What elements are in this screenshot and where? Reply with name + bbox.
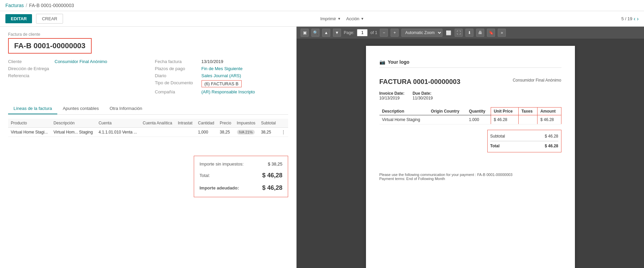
field-direccion: Dirección de Entrega bbox=[8, 66, 142, 71]
field-fecha-value: 13/10/2019 bbox=[202, 59, 223, 64]
pdf-dates: Invoice Date: 10/13/2019 Due Date: 11/30… bbox=[379, 91, 561, 100]
pdf-totals-box: Subtotal $ 46.28 Total $ 46.28 bbox=[487, 130, 561, 152]
pdf-bookmark-button[interactable]: 🔖 bbox=[487, 29, 495, 37]
cell-subtotal: 38,25 bbox=[258, 128, 279, 137]
pdf-more-button[interactable]: » bbox=[498, 29, 506, 37]
field-tipo-doc: Tipo de Documento (6) FACTURAS B bbox=[155, 80, 288, 87]
pdf-table: Description Origin Country Quantity Unit… bbox=[379, 107, 561, 124]
tax-badge[interactable]: IVA 21% bbox=[237, 130, 255, 135]
col-header-precio: Precio bbox=[217, 119, 234, 128]
totals-adeudado-label: Importe adeudado: bbox=[200, 185, 239, 190]
cell-producto: Virtual Home Stagi... bbox=[8, 128, 51, 137]
pdf-fullscreen-button[interactable]: ⛶ bbox=[455, 29, 463, 37]
col-header-intrastat: Intrastat bbox=[175, 119, 195, 128]
pdf-table-row: Virtual Home Staging 1.000 $ 46.28 $ 46.… bbox=[379, 115, 561, 124]
col-header-cantidad: Cantidad bbox=[195, 119, 217, 128]
table-row[interactable]: Virtual Home Stagi... Virtual Hom... Sta… bbox=[8, 128, 288, 137]
pdf-cell-taxes bbox=[519, 115, 538, 124]
cell-intrastat bbox=[175, 128, 195, 137]
field-diario-value[interactable]: Sales Journal (ARS) bbox=[202, 73, 241, 78]
action-dropdown-button[interactable]: Acción ▼ bbox=[346, 16, 364, 21]
nav-prev-button[interactable]: ‹ bbox=[634, 16, 635, 22]
pdf-invoice-date-label: Invoice Date: bbox=[379, 91, 405, 96]
breadcrumb-parent[interactable]: Facturas bbox=[5, 3, 24, 8]
field-diario-label: Diario bbox=[155, 73, 199, 78]
pdf-col-description: Description bbox=[379, 108, 428, 115]
col-header-cuenta: Cuenta bbox=[96, 119, 140, 128]
form-panel: Factura de cliente FA-B 0001-00000003 Cl… bbox=[0, 27, 297, 268]
breadcrumb-current: FA-B 0001-00000003 bbox=[29, 3, 74, 8]
totals-sin-impuestos-value: $ 38,25 bbox=[268, 161, 282, 167]
field-fecha-label: Fecha factura bbox=[155, 59, 199, 64]
pdf-customer-name: Consumidor Final Anónimo bbox=[513, 78, 561, 86]
pdf-toolbar-sep1: ⬜ bbox=[446, 30, 451, 35]
pdf-cell-origin bbox=[428, 115, 466, 124]
field-cliente-value[interactable]: Consumidor Final Anónimo bbox=[55, 59, 107, 64]
pdf-due-date-block: Due Date: 11/30/2019 bbox=[412, 91, 433, 100]
breadcrumb-separator: / bbox=[26, 3, 27, 8]
pdf-page-of: of 1 bbox=[370, 30, 377, 35]
pdf-download-button[interactable]: ⬇ bbox=[465, 29, 473, 37]
col-header-subtotal: Subtotal bbox=[258, 119, 279, 128]
pdf-print-button[interactable]: 🖶 bbox=[476, 29, 484, 37]
totals-row-sin-impuestos: Importe sin impuestos: $ 38,25 bbox=[200, 160, 282, 168]
pdf-toggle-sidebar-button[interactable]: ▣ bbox=[301, 29, 309, 37]
tab-lineas[interactable]: Líneas de la factura bbox=[8, 103, 57, 114]
totals-row-total: Total: $ 46,28 bbox=[200, 171, 282, 180]
toolbar: EDITAR CREAR Imprimir ▼ Acción ▼ 5 / 19 … bbox=[0, 11, 644, 27]
action-dropdown-arrow: ▼ bbox=[361, 17, 364, 21]
print-dropdown-button[interactable]: Imprimir ▼ bbox=[320, 16, 341, 21]
tab-apuntes[interactable]: Apuntes contables bbox=[57, 103, 104, 114]
tab-otra-info[interactable]: Otra Información bbox=[104, 103, 148, 114]
pdf-invoice-header: FACTURA 0001-00000003 Consumidor Final A… bbox=[379, 78, 561, 86]
fields-left-col: Cliente Consumidor Final Anónimo Direcci… bbox=[8, 59, 142, 96]
col-header-producto: Producto bbox=[8, 119, 51, 128]
pdf-invoice-date-value: 10/13/2019 bbox=[379, 96, 405, 100]
pdf-col-quantity: Quantity bbox=[466, 108, 491, 115]
totals-area: Importe sin impuestos: $ 38,25 Total: $ … bbox=[8, 150, 288, 197]
invoice-number: FA-B 0001-00000003 bbox=[8, 38, 92, 54]
pdf-invoice-title: FACTURA 0001-00000003 bbox=[379, 78, 461, 86]
main-content: Factura de cliente FA-B 0001-00000003 Cl… bbox=[0, 27, 644, 268]
pdf-subtotal-row: Subtotal $ 46.28 bbox=[490, 133, 558, 140]
pdf-zoom-out-button[interactable]: − bbox=[380, 29, 388, 37]
tabs-bar: Líneas de la factura Apuntes contables O… bbox=[8, 103, 288, 115]
totals-adeudado-value: $ 46,28 bbox=[262, 184, 282, 191]
cell-cantidad: 1,000 bbox=[195, 128, 217, 137]
cell-impuestos: IVA 21% bbox=[234, 128, 258, 137]
pdf-footer-terms: Payment terms: End of Following Month bbox=[379, 177, 561, 181]
pdf-zoom-select[interactable]: Automatic Zoom bbox=[401, 29, 442, 37]
cell-menu: ⋮ bbox=[279, 128, 288, 137]
edit-button[interactable]: EDITAR bbox=[5, 14, 32, 23]
pdf-subtotal-label: Subtotal bbox=[490, 134, 505, 139]
nav-next-button[interactable]: › bbox=[637, 16, 639, 22]
field-cliente: Cliente Consumidor Final Anónimo bbox=[8, 59, 142, 64]
pdf-zoom-in-button[interactable]: + bbox=[391, 29, 399, 37]
pdf-logo-text: Your logo bbox=[388, 59, 409, 65]
pdf-content: 📷 Your logo FACTURA 0001-00000003 Consum… bbox=[297, 39, 644, 268]
pdf-toolbar: ▣ 🔍 ▲ ▼ Page: of 1 − + Automatic Zoom ⬜ … bbox=[297, 27, 644, 39]
field-referencia: Referencia bbox=[8, 73, 142, 78]
pdf-next-page-button[interactable]: ▼ bbox=[333, 29, 341, 37]
form-section-label: Factura de cliente bbox=[8, 32, 288, 37]
cell-cuenta-analitica bbox=[140, 128, 175, 137]
field-plazos-value[interactable]: Fin de Mes Siguiente bbox=[202, 66, 243, 71]
nav-counter: 5 / 19 bbox=[621, 16, 633, 21]
pdf-page-input[interactable] bbox=[357, 29, 368, 36]
totals-total-value: $ 46,28 bbox=[262, 172, 282, 179]
create-button[interactable]: CREAR bbox=[36, 14, 63, 24]
pdf-total-label: Total bbox=[490, 144, 500, 148]
field-tipo-doc-value[interactable]: (6) FACTURAS B bbox=[202, 80, 242, 87]
totals-total-label: Total: bbox=[200, 173, 210, 178]
field-compania-value[interactable]: (AR) Responsable Inscripto bbox=[202, 89, 255, 94]
field-compania-label: Compañía bbox=[155, 89, 199, 94]
field-cliente-label: Cliente bbox=[8, 59, 52, 64]
pdf-prev-page-button[interactable]: ▲ bbox=[322, 29, 330, 37]
field-tipo-doc-label: Tipo de Documento bbox=[155, 80, 199, 85]
pdf-cell-quantity: 1.000 bbox=[466, 115, 491, 124]
pdf-col-origin: Origin Country bbox=[428, 108, 466, 115]
pdf-logo-icon: 📷 bbox=[379, 59, 385, 65]
pdf-totals-area: Subtotal $ 46.28 Total $ 46.28 bbox=[379, 130, 561, 152]
pdf-search-button[interactable]: 🔍 bbox=[311, 29, 319, 37]
pdf-invoice-date-block: Invoice Date: 10/13/2019 bbox=[379, 91, 405, 100]
